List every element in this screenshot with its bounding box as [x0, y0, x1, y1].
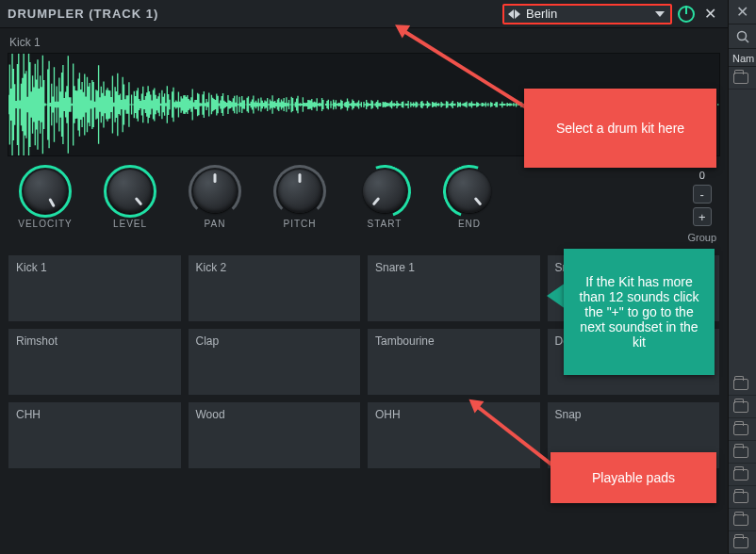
knob-dial[interactable]: [24, 170, 67, 213]
group-value: 0: [699, 170, 705, 181]
drum-pad[interactable]: Tambourine: [367, 328, 541, 396]
svg-point-0: [737, 31, 746, 40]
knob-label: END: [458, 219, 481, 229]
drum-pad[interactable]: Rimshot: [8, 328, 182, 396]
sidebar-folder-item[interactable]: [729, 486, 756, 509]
group-label: Group: [687, 232, 716, 243]
drum-pad[interactable]: Wood: [188, 401, 362, 469]
sidebar-folder-item[interactable]: [729, 396, 756, 418]
preset-prev-next-icon[interactable]: [508, 9, 520, 19]
drum-pad[interactable]: Clap: [188, 328, 362, 396]
sidebar-folder-item[interactable]: [729, 418, 756, 441]
callout-group-tip: If the Kit has more than 12 sounds click…: [564, 249, 715, 375]
sample-name-label: Kick 1: [8, 34, 720, 53]
plugin-title: DRUMPLER (TRACK 1): [8, 7, 158, 21]
callout-playable-pads: Playable pads: [551, 452, 716, 503]
group-minus-button[interactable]: -: [693, 185, 712, 204]
sidebar-folder-item[interactable]: [729, 464, 756, 486]
knob-label: PITCH: [284, 219, 317, 229]
right-sidebar: ✕ Nam: [728, 0, 756, 554]
knob-dial[interactable]: [108, 170, 152, 213]
knob-dial[interactable]: [363, 170, 406, 213]
knob-end: END: [436, 170, 503, 229]
close-icon[interactable]: ✕: [700, 5, 720, 23]
drum-pad[interactable]: Kick 1: [8, 254, 182, 322]
close-panel-icon[interactable]: ✕: [729, 0, 756, 24]
knob-dial[interactable]: [193, 170, 237, 213]
chevron-down-icon[interactable]: [655, 11, 665, 17]
plugin-header: DRUMPLER (TRACK 1) Berlin ✕: [0, 0, 728, 28]
knob-label: PAN: [205, 219, 226, 229]
sidebar-folder-item[interactable]: [729, 373, 756, 396]
group-plus-button[interactable]: +: [693, 207, 712, 226]
knob-dial[interactable]: [278, 170, 321, 213]
drum-pad[interactable]: CHH: [8, 401, 182, 469]
knob-pitch: PITCH: [266, 170, 334, 229]
preset-name: Berlin: [526, 7, 649, 21]
callout-select-kit: Select a drum kit here: [524, 89, 716, 168]
search-icon[interactable]: [729, 24, 756, 49]
sidebar-folder-item[interactable]: [729, 531, 756, 554]
knob-pan: PAN: [181, 170, 249, 229]
power-icon[interactable]: [678, 6, 695, 23]
drum-pad[interactable]: Kick 2: [188, 254, 362, 322]
knob-label: LEVEL: [113, 219, 147, 229]
sidebar-folder-item[interactable]: [729, 67, 756, 90]
knob-label: START: [368, 219, 403, 229]
knob-dial[interactable]: [448, 170, 491, 213]
group-controls: 0-+Group: [687, 170, 716, 243]
sidebar-folder-item[interactable]: [729, 441, 756, 464]
knob-label: VELOCITY: [18, 219, 72, 229]
knob-velocity: VELOCITY: [11, 170, 79, 229]
sidebar-folder-item[interactable]: [729, 509, 756, 531]
preset-selector[interactable]: Berlin: [502, 4, 672, 24]
knob-level: LEVEL: [96, 170, 164, 229]
drum-pad[interactable]: Snare 1: [367, 254, 541, 322]
knob-start: START: [351, 170, 419, 229]
sidebar-column-header: Nam: [729, 49, 756, 67]
svg-line-1: [745, 39, 748, 42]
annotation-speech-pointer: [547, 283, 566, 309]
